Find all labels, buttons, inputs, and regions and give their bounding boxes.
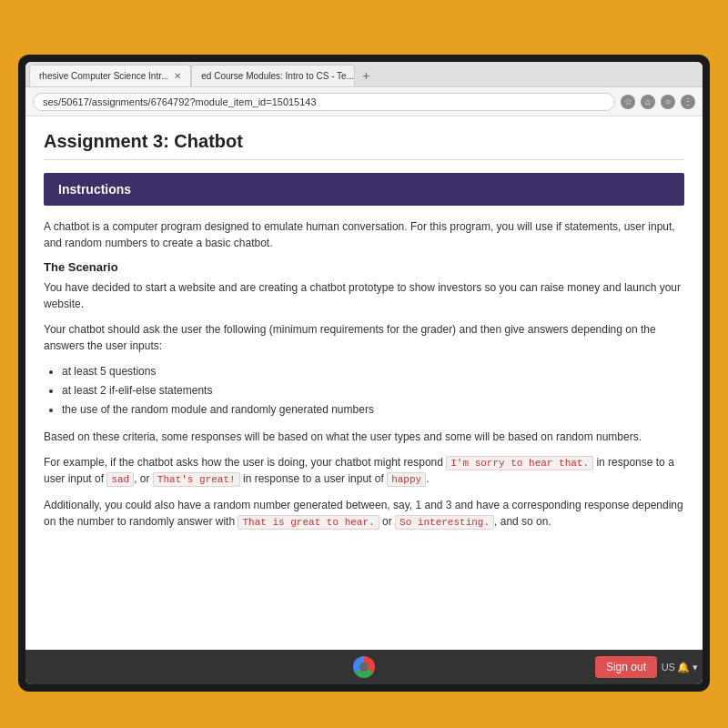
additional-text-end: , and so on. [494, 515, 551, 528]
example-paragraph: For example, if the chatbot asks how the… [44, 454, 684, 488]
example-text-end: . [426, 472, 429, 485]
home-icon[interactable]: ⌂ [641, 95, 655, 109]
tab-cs-intro[interactable]: rhesive Computer Science Intr... ✕ [29, 65, 191, 86]
new-tab-button[interactable]: + [355, 65, 377, 86]
additional-text-mid: or [379, 515, 395, 528]
tab-close-icon[interactable]: ✕ [174, 71, 181, 81]
example-text-mid3: in response to a user input of [240, 472, 387, 485]
example-text-mid2: , or [134, 472, 153, 485]
desk-surface [0, 0, 728, 56]
example-code-2: sad [106, 472, 134, 487]
browser-address-bar: ses/50617/assignments/6764792?module_ite… [25, 87, 703, 116]
example-text-before: For example, if the chatbot asks how the… [44, 456, 446, 469]
additional-paragraph: Additionally, you could also have a rand… [44, 497, 684, 531]
browser-tab-bar: rhesive Computer Science Intr... ✕ ed Co… [25, 62, 703, 87]
page-content-area: Assignment 3: Chatbot Instructions A cha… [25, 116, 703, 650]
browser-action-icons: ☆ ⌂ ○ ⋮ [621, 95, 695, 109]
requirements-list: at least 5 questions at least 2 if-elif-… [62, 363, 684, 420]
bullet-item-3: the use of the random module and randoml… [62, 401, 684, 419]
sign-out-button[interactable]: Sign out [595, 656, 657, 678]
scenario-heading: The Scenario [44, 260, 684, 274]
instructions-header-text: Instructions [58, 182, 131, 197]
example-code-1: I'm sorry to hear that. [446, 456, 593, 470]
additional-code-2: So interesting. [395, 515, 494, 530]
instructions-header-box: Instructions [44, 173, 684, 206]
intro-paragraph: A chatbot is a computer program designed… [44, 218, 684, 251]
url-text: ses/50617/assignments/6764792?module_ite… [43, 96, 317, 107]
bookmark-icon[interactable]: ☆ [621, 95, 635, 109]
us-indicator: US 🔔 ▾ [662, 662, 698, 673]
additional-code-1: That is great to hear. [238, 515, 379, 530]
requirements-intro: Your chatbot should ask the user the fol… [44, 321, 684, 354]
laptop-screen: rhesive Computer Science Intr... ✕ ed Co… [25, 62, 703, 684]
scenario-paragraph: You have decided to start a website and … [44, 279, 684, 312]
example-code-3: That's great! [153, 472, 240, 487]
example-code-4: happy [387, 472, 426, 487]
browser-bottom-bar: Sign out US 🔔 ▾ [25, 650, 703, 684]
indicator-icon: 🔔 ▾ [677, 662, 698, 673]
bullet-item-2: at least 2 if-elif-else statements [62, 382, 684, 399]
account-icon[interactable]: ○ [661, 95, 675, 109]
page-title: Assignment 3: Chatbot [44, 131, 684, 160]
tab-label: ed Course Modules: Intro to CS - Te... [201, 71, 354, 81]
us-label: US [662, 662, 675, 672]
tab-course-modules[interactable]: ed Course Modules: Intro to CS - Te... ✕ [191, 65, 355, 86]
laptop-bezel: rhesive Computer Science Intr... ✕ ed Co… [18, 55, 710, 692]
bullet-item-1: at least 5 questions [62, 363, 684, 380]
tab-label: rhesive Computer Science Intr... [39, 71, 168, 81]
chrome-logo-icon [353, 656, 375, 678]
url-input[interactable]: ses/50617/assignments/6764792?module_ite… [33, 93, 615, 111]
criteria-text: Based on these criteria, some responses … [44, 429, 684, 445]
menu-icon[interactable]: ⋮ [681, 95, 695, 109]
